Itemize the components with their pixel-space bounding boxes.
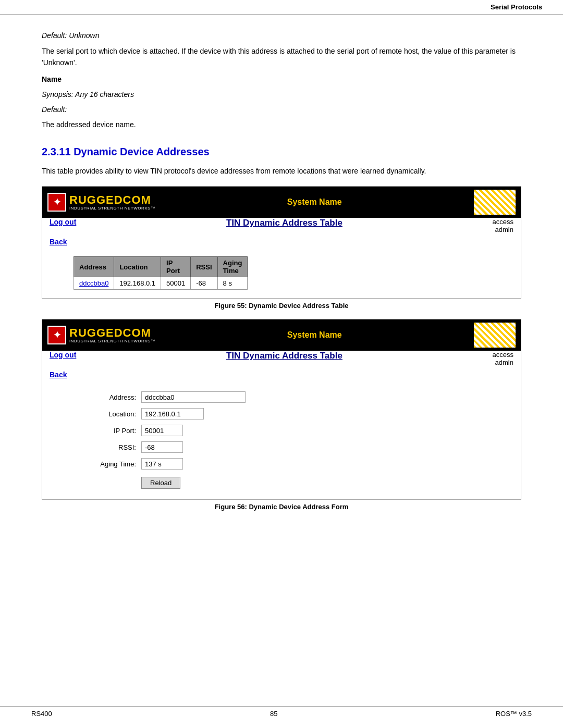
figure2-back-link[interactable]: Back [50,371,67,379]
figure1-logo-text: RUGGEDCOM INDUSTRIAL STRENGTH NETWORKS™ [69,194,155,211]
figure1-logo-icon: ✦ [47,193,66,212]
figure1-diagonal [474,190,516,215]
figure2-page-title: TIN Dynamic Address Table [76,351,492,361]
figure2-logo: ✦ RUGGEDCOM INDUSTRIAL STRENGTH NETWORKS… [47,326,155,344]
section-number: 2.3.11 [42,146,71,157]
figure2-logout[interactable]: Log out [50,351,76,359]
figure2-logo-icon: ✦ [47,326,66,344]
footer-left: RS400 [31,710,52,718]
figure2-access-value: admin [495,359,513,366]
form-ip-port-input[interactable] [141,425,183,436]
figure1-sysname: System Name [155,198,474,207]
cell-address: ddccbba0 [74,277,114,290]
col-address: Address [74,257,114,277]
figure1-nav: Log out TIN Dynamic Address Table access… [42,218,521,238]
synopsis: Synopsis: Any 16 characters [42,89,521,100]
col-ip-port: IPPort [161,257,191,277]
form-address-row: Address: [84,391,510,403]
figure2-caption: Figure 56: Dynamic Device Address Form [42,503,521,511]
col-location: Location [114,257,161,277]
table-row: ddccbba0 192.168.0.1 50001 -68 8 s [74,277,248,290]
figure2-sysname: System Name [155,330,474,340]
figure1-caption: Figure 55: Dynamic Device Address Table [42,302,521,310]
figure1-table-head: Address Location IPPort RSSI AgingTime [74,257,248,277]
figure2-tagline: INDUSTRIAL STRENGTH NETWORKS™ [69,339,155,343]
section-header: Serial Protocols [0,0,563,15]
footer-right: ROS™ v3.5 [496,710,532,718]
figure1-page-title: TIN Dynamic Address Table [76,218,492,228]
section-title: Serial Protocols [491,3,542,11]
figure1-header-row: Address Location IPPort RSSI AgingTime [74,257,248,277]
figure1-table-body: ddccbba0 192.168.0.1 50001 -68 8 s [74,277,248,290]
form-rssi-label: RSSI: [84,443,136,451]
form-ip-port-row: IP Port: [84,425,510,436]
figure1-rc-header: ✦ RUGGEDCOM INDUSTRIAL STRENGTH NETWORKS… [42,187,521,218]
figure1-logo: ✦ RUGGEDCOM INDUSTRIAL STRENGTH NETWORKS… [47,193,155,212]
page-footer: RS400 85 ROS™ v3.5 [0,706,563,718]
figure1-brand: RUGGEDCOM [69,194,155,206]
figure1-table: Address Location IPPort RSSI AgingTime d… [74,256,248,290]
figure1-logout-link[interactable]: Log out [50,218,76,226]
figure1-back-link[interactable]: Back [50,238,67,246]
intro-description: The serial port to which device is attac… [42,45,521,69]
main-content: Default: Unknown The serial port to whic… [0,15,563,536]
form-aging-input[interactable] [141,458,183,470]
figure2-access-label: access [493,351,513,359]
default2: Default: [42,104,521,115]
figure2-block: ✦ RUGGEDCOM INDUSTRIAL STRENGTH NETWORKS… [42,319,521,500]
form-rssi-input[interactable] [141,441,183,453]
form-rssi-row: RSSI: [84,441,510,453]
figure1-block: ✦ RUGGEDCOM INDUSTRIAL STRENGTH NETWORKS… [42,186,521,299]
name-label: Name [42,74,521,85]
figure1-logout[interactable]: Log out [50,218,76,226]
figure2-nav: Log out TIN Dynamic Address Table access… [42,351,521,371]
form-location-input[interactable] [141,408,204,419]
cell-location: 192.168.0.1 [114,277,161,290]
col-rssi: RSSI [191,257,217,277]
figure2-diagonal [474,323,516,348]
default-label: Default: Unknown [42,30,521,41]
figure1-access-value: admin [495,226,513,233]
form-aging-label: Aging Time: [84,460,136,468]
figure2-logout-link[interactable]: Log out [50,351,76,359]
figure1-access-label: access [493,218,513,226]
form-location-label: Location: [84,410,136,418]
figure1-table-wrap: Address Location IPPort RSSI AgingTime d… [42,251,521,298]
section-heading: 2.3.11 Dynamic Device Addresses [42,146,521,158]
form-ip-port-label: IP Port: [84,427,136,435]
figure1-back-row: Back [42,238,521,251]
figure2-rc-header: ✦ RUGGEDCOM INDUSTRIAL STRENGTH NETWORKS… [42,319,521,351]
col-aging-time: AgingTime [217,257,248,277]
cell-ip-port: 50001 [161,277,191,290]
figure2-access: access admin [493,351,513,366]
cell-aging-time: 8 s [217,277,248,290]
name-desc: The addressed device name. [42,119,521,130]
figure2-brand: RUGGEDCOM [69,327,155,339]
section-body: This table provides ability to view TIN … [42,165,521,177]
form-address-input[interactable] [141,391,246,403]
figure2-form: Address: Location: IP Port: RSSI: Aging … [42,386,521,499]
address-link[interactable]: ddccbba0 [79,279,108,287]
figure1-tagline: INDUSTRIAL STRENGTH NETWORKS™ [69,206,155,211]
form-aging-row: Aging Time: [84,458,510,470]
cell-rssi: -68 [191,277,217,290]
figure1-access: access admin [493,218,513,233]
form-location-row: Location: [84,408,510,419]
figure2-logo-text: RUGGEDCOM INDUSTRIAL STRENGTH NETWORKS™ [69,327,155,343]
section-title-text: Dynamic Device Addresses [74,146,210,157]
figure2-back-row: Back [42,371,521,386]
reload-button[interactable]: Reload [141,477,180,489]
footer-center: 85 [270,710,277,718]
form-address-label: Address: [84,393,136,401]
intro-block: Default: Unknown The serial port to whic… [42,30,521,130]
form-reload-row: Reload [84,477,510,489]
